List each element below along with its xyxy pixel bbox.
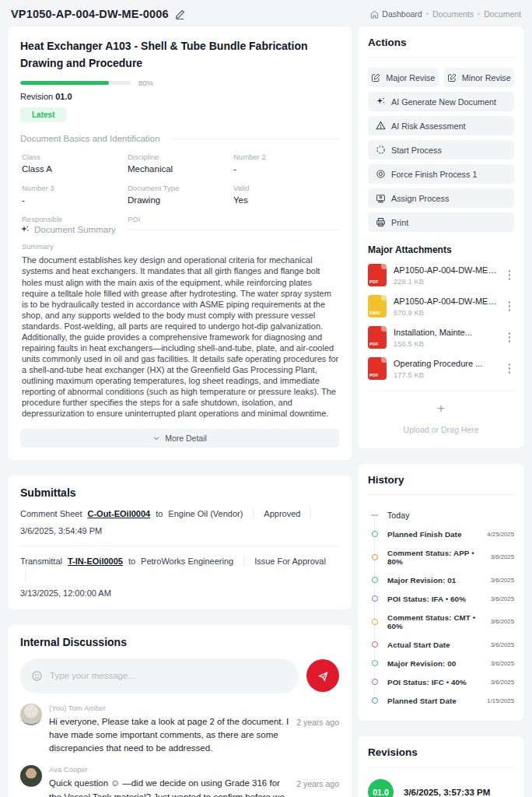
revisions-card: Revisions 01.0 3/6/2025, 3:57:33 PM 00.0… bbox=[358, 736, 524, 797]
send-button[interactable] bbox=[306, 659, 339, 692]
send-icon bbox=[317, 670, 329, 682]
submittal-code-link[interactable]: T-IN-EOil0005 bbox=[68, 556, 123, 566]
attachment-size: 177.5 KB bbox=[394, 370, 498, 379]
event-dot bbox=[372, 619, 378, 625]
progress-row: 80% bbox=[20, 79, 339, 87]
revision-row-current[interactable]: 01.0 3/6/2025, 3:57:33 PM bbox=[368, 779, 514, 797]
message-author: Ava Cooper bbox=[49, 765, 289, 774]
document-code-text: VP1050-AP-004-DW-ME-0006 bbox=[11, 8, 169, 20]
upload-hint: Upload or Drag Here bbox=[368, 425, 514, 434]
event-dot bbox=[372, 641, 378, 648]
event-dot bbox=[372, 697, 378, 704]
attachment-size: 570.9 KB bbox=[394, 308, 498, 317]
submittal-date: 3/6/2025, 3:54:49 PM bbox=[20, 526, 339, 535]
emoji-icon[interactable] bbox=[31, 670, 43, 682]
attachment-row[interactable]: PDF Operating Procedure ... 177.5 KB bbox=[368, 357, 514, 380]
ai-generate-new-document-button[interactable]: AI Generate New Document bbox=[368, 92, 514, 111]
history-event: Comment Status: APP • 80% 3/6/2025 bbox=[369, 543, 514, 571]
avatar bbox=[20, 704, 42, 725]
history-event: Major Revision: 00 3/6/2025 bbox=[369, 654, 514, 672]
summary-section-header: Document Summary bbox=[20, 225, 339, 234]
pdf-file-icon: PDF bbox=[368, 357, 387, 380]
start-process-icon bbox=[376, 145, 386, 155]
attachment-size: 228.1 KB bbox=[394, 277, 498, 286]
field-responsible: Responsible bbox=[22, 215, 128, 223]
minor-revise-button[interactable]: Minor Revise bbox=[444, 68, 515, 87]
attachment-name: AP1050-AP-004-DW-ME-... bbox=[394, 265, 498, 275]
major-revise-button[interactable]: Major Revise bbox=[368, 68, 439, 87]
field-discipline: DisciplineMechanical bbox=[128, 153, 233, 174]
breadcrumb-documents[interactable]: Documents bbox=[432, 9, 474, 19]
assign-process-button[interactable]: Assign Process bbox=[368, 188, 514, 208]
more-detail-button[interactable]: More Detail bbox=[20, 429, 339, 448]
start-process-button[interactable]: Start Process bbox=[368, 140, 514, 160]
history-event: Planned Finish Date 4/25/2025 bbox=[369, 525, 514, 543]
sparkles-icon bbox=[376, 97, 386, 107]
home-icon bbox=[370, 10, 379, 19]
revision-value: 01.0 bbox=[55, 92, 72, 101]
major-attachments-title: Major Attachments bbox=[368, 244, 514, 255]
field-number-3: Number 3- bbox=[22, 184, 128, 205]
submittal-type: Comment Sheet bbox=[20, 509, 82, 518]
warning-triangle-icon bbox=[376, 121, 386, 131]
submittal-code-link[interactable]: C-Out-EOil0004 bbox=[87, 509, 150, 518]
history-event: POI Status: IFA • 60% 3/6/2025 bbox=[369, 589, 514, 608]
attachment-row[interactable]: DWG AP1050-AP-004-DW-ME-... 570.9 KB bbox=[368, 295, 514, 318]
revisions-title: Revisions bbox=[368, 746, 514, 758]
message-text: Quick question ☺ —did we decide on using… bbox=[49, 777, 289, 797]
basics-section-header: Document Basics and Identification bbox=[20, 134, 339, 143]
actions-title: Actions bbox=[368, 37, 514, 48]
latest-badge: Latest bbox=[20, 107, 66, 122]
assign-user-icon bbox=[376, 193, 386, 203]
edit-title-icon[interactable] bbox=[175, 9, 185, 19]
breadcrumb-dashboard[interactable]: Dashboard bbox=[370, 9, 422, 19]
progress-percent: 80% bbox=[138, 79, 153, 87]
progress-bar-fill bbox=[20, 81, 109, 85]
edit-document-icon bbox=[371, 73, 380, 83]
attachment-row[interactable]: PDF AP1050-AP-004-DW-ME-... 228.1 KB bbox=[368, 264, 514, 286]
message-input-wrap bbox=[20, 658, 299, 693]
revision-badge: 01.0 bbox=[368, 779, 394, 797]
printer-icon bbox=[376, 217, 386, 227]
ai-risk-assessment-button[interactable]: AI Risk Assessment bbox=[368, 116, 514, 135]
print-button[interactable]: Print bbox=[368, 212, 514, 232]
submittal-date: 3/13/2025, 12:00:00 AM bbox=[20, 588, 339, 598]
revision-line: Revision 01.0 bbox=[20, 92, 339, 101]
submittal-recipient: Engine Oil (Vendor) bbox=[168, 509, 243, 518]
attachment-menu-icon[interactable] bbox=[505, 298, 515, 314]
attachment-menu-icon[interactable] bbox=[505, 267, 515, 283]
message-text: Hi everyone, Please take a look at page … bbox=[49, 715, 289, 756]
attachment-menu-icon[interactable] bbox=[505, 329, 515, 346]
field-document-type: Document TypeDrawing bbox=[128, 184, 233, 205]
attachment-menu-icon[interactable] bbox=[505, 360, 515, 377]
force-finish-process-button[interactable]: Force Finish Process 1 bbox=[368, 164, 514, 184]
history-title: History bbox=[368, 474, 514, 486]
target-icon bbox=[376, 169, 386, 179]
pdf-file-icon: PDF bbox=[368, 264, 387, 286]
event-dot bbox=[372, 595, 378, 602]
progress-bar bbox=[20, 81, 131, 85]
breadcrumb-document[interactable]: Document bbox=[484, 9, 521, 19]
submittal-row: Comment Sheet C-Out-EOil0004 to Engine O… bbox=[20, 509, 339, 518]
page-title: Heat Exchanger A103 - Shell & Tube Bundl… bbox=[20, 38, 339, 72]
event-dot bbox=[372, 531, 378, 537]
top-bar: VP1050-AP-004-DW-ME-0006 Dashboard • Doc… bbox=[0, 0, 532, 26]
internal-discussions-card: Internal Discussions (You) Tom Amber Hi … bbox=[8, 625, 352, 797]
submittals-card: Submittals Comment Sheet C-Out-EOil0004 … bbox=[8, 476, 352, 609]
avatar bbox=[20, 765, 42, 787]
today-dash-icon bbox=[371, 514, 378, 516]
document-code-title: VP1050-AP-004-DW-ME-0006 bbox=[11, 8, 185, 20]
field-number-2: Number 2- bbox=[233, 153, 339, 174]
summary-text: The document establishes key design and … bbox=[20, 255, 339, 419]
submittals-title: Submittals bbox=[20, 486, 339, 499]
field-valid: ValidYes bbox=[233, 184, 339, 205]
message-input[interactable] bbox=[50, 671, 288, 680]
upload-dropzone[interactable]: + Upload or Drag Here bbox=[368, 391, 514, 437]
attachment-name: AP1050-AP-004-DW-ME-... bbox=[394, 297, 498, 306]
history-event: Actual Start Date 3/6/2025 bbox=[369, 635, 514, 654]
breadcrumb-separator: • bbox=[478, 10, 480, 18]
attachment-row[interactable]: PDF Installation, Mainte... 156.5 KB bbox=[368, 326, 514, 349]
discussion-message: Ava Cooper Quick question ☺ —did we deci… bbox=[20, 765, 339, 797]
ai-sparkle-icon bbox=[20, 225, 30, 234]
breadcrumb: Dashboard • Documents • Document bbox=[370, 9, 521, 19]
